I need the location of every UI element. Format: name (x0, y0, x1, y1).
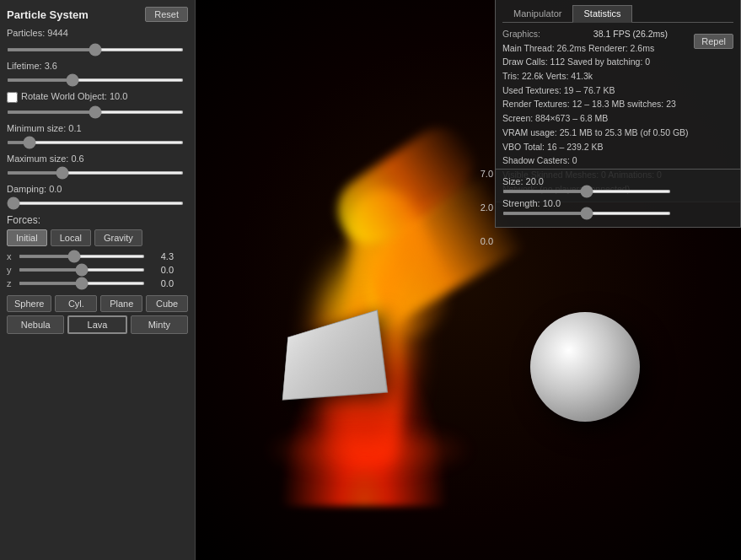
max-size-label: Maximum size: 0.6 (7, 153, 188, 164)
preset-btn-minty[interactable]: Minty (131, 315, 188, 334)
panel-title: Particle System (7, 8, 89, 21)
preset-buttons: Nebula Lava Minty (7, 315, 188, 334)
stats-row-3: Draw Calls: 112 Saved by batching: 0 (502, 56, 733, 68)
stats-fps: 38.1 FPS (26.2ms) (593, 29, 668, 39)
rotate-world-label: Rotate World Object: 10.0 (21, 91, 127, 101)
min-size-slider-container (7, 135, 188, 147)
min-size-slider[interactable] (7, 141, 184, 144)
side-z-value: 0.0 (481, 236, 493, 246)
forces-label: Forces: (7, 214, 188, 226)
z-value: 0.0 (148, 278, 174, 288)
side-y-value: 2.0 (481, 202, 493, 213)
stats-row-7: Screen: 884×673 – 6.8 MB (502, 112, 733, 125)
particles-label: Particles: 9444 (7, 28, 68, 38)
y-value: 0.0 (148, 265, 174, 275)
scene-cube (282, 310, 388, 400)
preset-btn-nebula[interactable]: Nebula (7, 315, 64, 334)
stats-graphics-label: Graphics: (502, 29, 540, 39)
particles-slider[interactable] (7, 48, 184, 51)
stats-row-9: VBO Total: 16 – 239.2 KB (502, 141, 733, 153)
left-panel: Particle System Reset Particles: 9444 Li… (0, 0, 196, 560)
max-size-slider[interactable] (7, 171, 184, 175)
particles-slider-container (7, 42, 188, 54)
lifetime-slider[interactable] (7, 78, 184, 82)
damping-slider-container (7, 196, 188, 207)
z-slider[interactable] (19, 282, 145, 285)
preset-btn-lava[interactable]: Lava (67, 315, 126, 334)
stats-row-6: Render Textures: 12 – 18.3 MB switches: … (502, 98, 733, 110)
shape-btn-plane[interactable]: Plane (100, 295, 142, 312)
tab-manipulator[interactable]: Manipulator (502, 5, 572, 22)
force-btn-gravity[interactable]: Gravity (94, 229, 142, 246)
rotate-world-slider-container (7, 105, 188, 116)
scene-sphere (530, 312, 640, 422)
stats-row-5: Used Textures: 19 – 76.7 KB (502, 84, 733, 97)
stats-row-8: VRAM usage: 25.1 MB to 25.3 MB (of 0.50 … (502, 127, 733, 139)
y-row: y 0.0 (7, 265, 188, 275)
shape-buttons: Sphere Cyl. Plane Cube (7, 295, 188, 312)
panel-header: Particle System Reset (7, 7, 188, 22)
stats-row-10: Shadow Casters: 0 (502, 154, 733, 167)
rotate-world-checkbox[interactable] (7, 92, 18, 103)
side-x-value: 7.0 (481, 169, 493, 179)
size-slider[interactable] (502, 190, 671, 193)
shape-btn-cube[interactable]: Cube (146, 295, 188, 312)
shape-btn-cyl[interactable]: Cyl. (55, 295, 97, 312)
min-size-label: Minimum size: 0.1 (7, 123, 188, 133)
lifetime-label: Lifetime: 3.6 (7, 61, 188, 71)
forces-buttons: Initial Local Gravity (7, 229, 188, 246)
wind-panel: Size: 20.0 Strength: 10.0 (495, 169, 741, 228)
force-btn-local[interactable]: Local (51, 229, 91, 246)
y-slider[interactable] (19, 268, 145, 272)
z-label: z (7, 278, 15, 288)
shape-btn-sphere[interactable]: Sphere (7, 295, 51, 312)
stats-tabs: Manipulator Statistics Repel (502, 5, 733, 23)
x-label: x (7, 251, 15, 261)
size-slider-row (502, 190, 733, 193)
y-label: y (7, 265, 15, 275)
repel-button[interactable]: Repel (694, 34, 733, 49)
x-row: x 4.3 (7, 251, 188, 261)
tab-statistics[interactable]: Statistics (572, 5, 631, 23)
x-slider[interactable] (19, 255, 145, 258)
damping-slider[interactable] (7, 202, 184, 205)
force-btn-initial[interactable]: Initial (7, 229, 47, 246)
max-size-slider-container (7, 165, 188, 177)
strength-slider[interactable] (502, 212, 671, 215)
rotate-world-slider[interactable] (7, 110, 184, 114)
ground-glow (263, 425, 474, 476)
z-row: z 0.0 (7, 278, 188, 288)
strength-slider-row (502, 212, 733, 215)
lifetime-slider-container (7, 73, 188, 84)
damping-label: Damping: 0.0 (7, 184, 188, 194)
x-value: 4.3 (148, 251, 174, 261)
rotate-world-row: Rotate World Object: 10.0 (7, 91, 188, 103)
particles-row: Particles: 9444 (7, 27, 188, 39)
reset-button[interactable]: Reset (145, 7, 188, 22)
stats-row-4: Tris: 22.6k Verts: 41.3k (502, 70, 733, 83)
side-values: 7.0 2.0 0.0 (481, 169, 493, 246)
